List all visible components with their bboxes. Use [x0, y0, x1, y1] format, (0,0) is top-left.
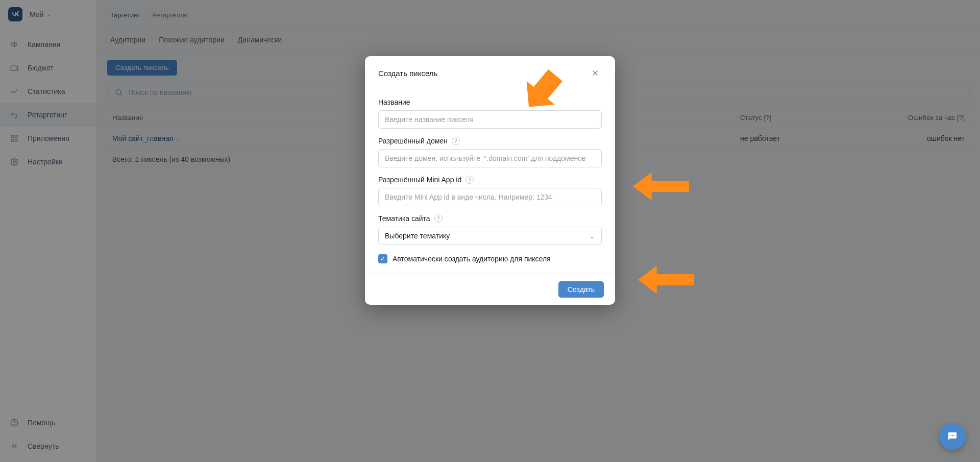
pixel-topic-select[interactable]: Выберите тематику ⌄: [378, 227, 602, 245]
help-icon[interactable]: ?: [465, 176, 474, 184]
modal-title: Создать пиксель: [378, 69, 437, 78]
checkbox-label: Автоматически создать аудиторию для пикс…: [393, 255, 551, 263]
svg-marker-10: [633, 173, 689, 201]
create-pixel-modal: Создать пиксель Название Разрешённый дом…: [365, 56, 615, 305]
field-label-domain: Разрешённый домен ?: [378, 137, 602, 145]
svg-point-13: [952, 435, 953, 436]
chat-fab[interactable]: [939, 423, 966, 450]
field-label-miniapp: Разрешённый Mini App id ?: [378, 176, 602, 184]
svg-point-14: [953, 435, 954, 436]
field-label-name: Название: [378, 98, 602, 106]
chat-icon: [946, 430, 959, 443]
help-icon[interactable]: ?: [434, 214, 443, 223]
pixel-miniapp-input[interactable]: [378, 188, 602, 206]
svg-point-12: [950, 435, 951, 436]
checkbox-checked-icon[interactable]: ✓: [378, 254, 387, 263]
auto-audience-checkbox-row[interactable]: ✓ Автоматически создать аудиторию для пи…: [378, 254, 602, 263]
svg-marker-9: [521, 66, 567, 112]
chevron-down-icon: ⌄: [589, 232, 595, 240]
svg-marker-11: [638, 266, 694, 294]
annotation-arrow-icon: [633, 171, 689, 202]
select-value: Выберите тематику: [385, 232, 450, 240]
pixel-domain-input[interactable]: [378, 149, 602, 167]
field-label-topic: Тематика сайта ?: [378, 214, 602, 223]
help-icon[interactable]: ?: [452, 137, 460, 145]
close-icon[interactable]: [589, 66, 602, 80]
create-button[interactable]: Создать: [558, 281, 604, 298]
pixel-name-input[interactable]: [378, 110, 602, 129]
annotation-arrow-icon: [638, 264, 694, 295]
annotation-arrow-icon: [521, 66, 567, 112]
